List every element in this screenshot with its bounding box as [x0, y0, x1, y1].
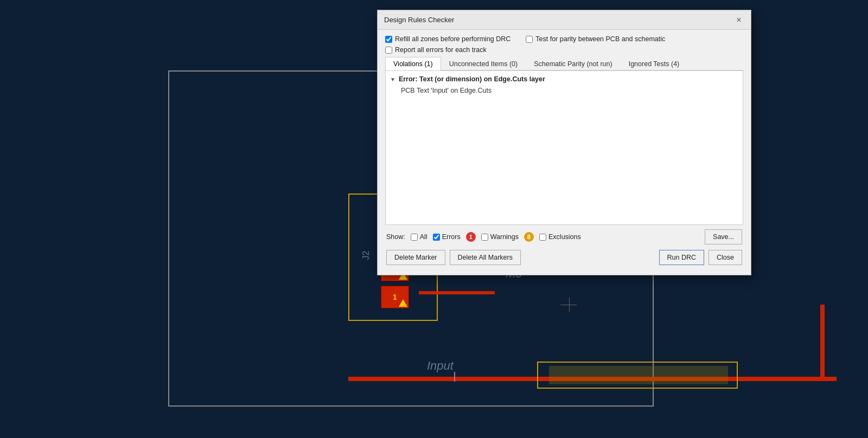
close-button[interactable]: Close	[709, 250, 742, 265]
show-warnings-checkbox[interactable]	[481, 234, 488, 241]
trace-h4	[419, 291, 495, 294]
dialog-title: Design Rules Checker	[384, 16, 454, 24]
show-warnings-option[interactable]: Warnings	[481, 233, 519, 241]
test-parity-label: Test for parity between PCB and schemati…	[535, 35, 665, 43]
error-group-header[interactable]: ▼ Error: Text (or dimension) on Edge.Cut…	[386, 73, 743, 85]
show-warnings-label: Warnings	[490, 233, 519, 241]
error-item-0[interactable]: PCB Text 'Input' on Edge.Cuts	[386, 85, 743, 96]
show-all-label: All	[420, 233, 427, 241]
show-errors-label: Errors	[442, 233, 461, 241]
warning-triangle-1	[399, 299, 407, 307]
report-errors-label: Report all errors for each track	[395, 46, 487, 54]
show-row-right: Save...	[705, 229, 742, 244]
trace-right-v	[820, 305, 825, 381]
refill-zones-checkbox[interactable]	[385, 36, 392, 43]
dialog-body: Refill all zones before performing DRC T…	[378, 30, 751, 275]
input-cursor	[454, 372, 455, 382]
tab-schematic-parity[interactable]: Schematic Parity (not run)	[526, 57, 621, 70]
show-label: Show:	[386, 233, 405, 241]
connector-pin-1: 1	[381, 286, 409, 308]
test-parity-option[interactable]: Test for parity between PCB and schemati…	[526, 35, 665, 43]
yellow-pad-inner	[549, 366, 728, 384]
run-drc-button[interactable]: Run DRC	[659, 250, 705, 265]
warnings-count-badge: 8	[524, 232, 534, 242]
show-errors-option[interactable]: Errors	[433, 233, 461, 241]
tab-unconnected[interactable]: Unconnected Items (0)	[441, 57, 526, 70]
test-parity-checkbox[interactable]	[526, 36, 533, 43]
show-exclusions-label: Exclusions	[548, 233, 581, 241]
delete-all-markers-button[interactable]: Delete All Markers	[450, 250, 521, 265]
button-row: Delete Marker Delete All Markers Run DRC…	[385, 248, 743, 269]
save-button[interactable]: Save...	[705, 229, 742, 244]
crosshair-h	[560, 305, 577, 305]
report-errors-checkbox[interactable]	[385, 47, 392, 54]
input-label: Input	[427, 359, 454, 373]
dialog-close-button[interactable]: ×	[733, 15, 744, 25]
refill-zones-option[interactable]: Refill all zones before performing DRC	[385, 35, 510, 43]
crosshair-v	[569, 298, 570, 312]
report-errors-option[interactable]: Report all errors for each track	[385, 46, 487, 54]
tabs-row: Violations (1) Unconnected Items (0) Sch…	[385, 57, 743, 70]
dialog-titlebar: Design Rules Checker ×	[378, 10, 751, 30]
options-row-1: Refill all zones before performing DRC T…	[385, 35, 743, 43]
results-panel[interactable]: ▼ Error: Text (or dimension) on Edge.Cut…	[385, 70, 743, 225]
show-all-checkbox[interactable]	[411, 234, 418, 241]
errors-count-badge: 1	[466, 232, 476, 242]
j2-label: J2	[361, 251, 371, 260]
show-exclusions-option[interactable]: Exclusions	[539, 233, 581, 241]
delete-marker-button[interactable]: Delete Marker	[386, 250, 445, 265]
options-row-2: Report all errors for each track	[385, 46, 743, 54]
chevron-down-icon: ▼	[390, 76, 395, 82]
show-exclusions-checkbox[interactable]	[539, 234, 546, 241]
tab-ignored-tests[interactable]: Ignored Tests (4)	[621, 57, 688, 70]
tab-violations[interactable]: Violations (1)	[385, 57, 441, 70]
refill-zones-label: Refill all zones before performing DRC	[395, 35, 510, 43]
drc-dialog: Design Rules Checker × Refill all zones …	[377, 10, 751, 275]
show-errors-checkbox[interactable]	[433, 234, 440, 241]
show-all-option[interactable]: All	[411, 233, 427, 241]
error-group-title: Error: Text (or dimension) on Edge.Cuts …	[399, 75, 545, 83]
show-row: Show: All Errors 1 Warnings 8 Exclusions…	[385, 225, 743, 248]
